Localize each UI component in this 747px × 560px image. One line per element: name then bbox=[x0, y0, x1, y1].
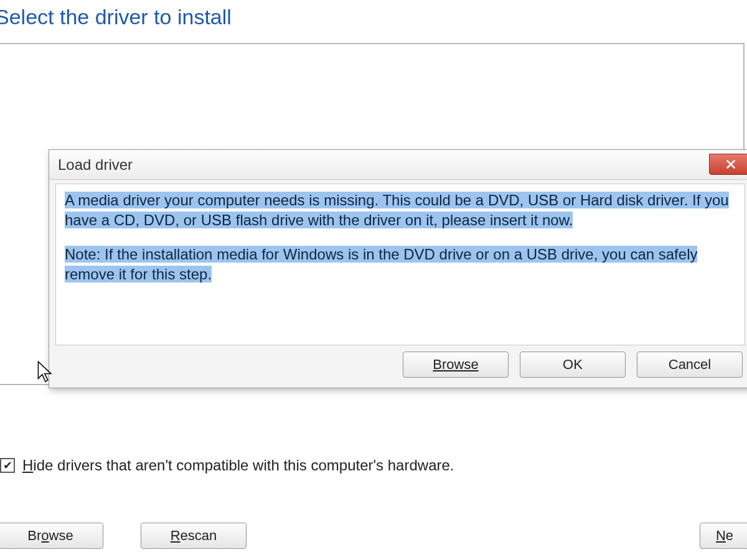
bottom-button-row: Browse Rescan Ne bbox=[0, 523, 747, 549]
dialog-message-1: A media driver your computer needs is mi… bbox=[65, 192, 729, 228]
dialog-body: A media driver your computer needs is mi… bbox=[55, 184, 745, 345]
rescan-button[interactable]: Rescan bbox=[141, 523, 247, 549]
dialog-ok-button[interactable]: OK bbox=[520, 352, 626, 378]
close-icon bbox=[725, 159, 736, 170]
hide-incompatible-label: Hide drivers that aren't compatible with… bbox=[22, 457, 454, 474]
dialog-browse-button[interactable]: Browse bbox=[403, 352, 509, 378]
hide-incompatible-row[interactable]: Hide drivers that aren't compatible with… bbox=[0, 457, 454, 474]
hide-incompatible-checkbox[interactable] bbox=[0, 458, 15, 473]
dialog-button-row: Browse OK Cancel bbox=[49, 352, 747, 388]
next-button[interactable]: Ne bbox=[700, 523, 747, 549]
browse-button[interactable]: Browse bbox=[0, 523, 103, 549]
dialog-title: Load driver bbox=[58, 156, 133, 174]
close-button[interactable] bbox=[709, 154, 747, 175]
page-title: Select the driver to install bbox=[0, 0, 747, 43]
dialog-message-2: Note: If the installation media for Wind… bbox=[65, 246, 697, 282]
dialog-cancel-button[interactable]: Cancel bbox=[637, 352, 743, 378]
dialog-titlebar[interactable]: Load driver bbox=[49, 150, 747, 180]
load-driver-dialog: Load driver A media driver your computer… bbox=[49, 149, 747, 388]
